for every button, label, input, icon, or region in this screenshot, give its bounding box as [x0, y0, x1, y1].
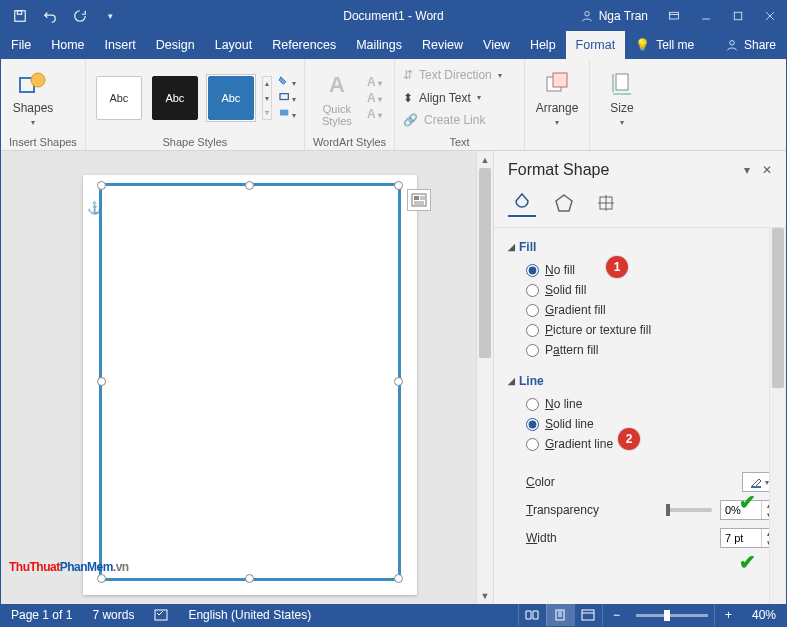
- align-text-button[interactable]: ⬍Align Text ▾: [403, 87, 502, 110]
- shapes-icon: [17, 68, 49, 100]
- view-read-mode[interactable]: [518, 604, 546, 626]
- status-bar: Page 1 of 1 7 words English (United Stat…: [1, 604, 786, 626]
- align-text-icon: ⬍: [403, 87, 413, 110]
- resize-handle[interactable]: [245, 181, 254, 190]
- status-page[interactable]: Page 1 of 1: [1, 608, 82, 622]
- group-shape-styles: Abc Abc Abc ▴▾▿ ▾ ▾ ▾ Shape Styles: [86, 59, 305, 150]
- status-proof[interactable]: [144, 608, 178, 622]
- arrange-icon: [541, 68, 573, 100]
- size-button[interactable]: Size▾: [598, 68, 646, 128]
- option-picture-fill[interactable]: Picture or texture fill: [508, 320, 786, 340]
- zoom-in[interactable]: +: [714, 604, 742, 626]
- section-line: ◢Line No line Solid line Gradient line 2: [508, 374, 786, 454]
- section-header-fill[interactable]: ◢Fill: [508, 240, 786, 254]
- quick-styles-icon: A: [321, 69, 353, 101]
- pane-close[interactable]: ✕: [762, 163, 772, 177]
- resize-handle[interactable]: [97, 377, 106, 386]
- scroll-thumb[interactable]: [479, 168, 491, 358]
- transparency-slider[interactable]: [666, 508, 712, 512]
- scroll-up[interactable]: ▲: [477, 151, 493, 168]
- shape-fill-button[interactable]: ▾: [278, 75, 296, 89]
- group-text: ⇵Text Direction ▾ ⬍Align Text ▾ 🔗Create …: [395, 59, 525, 150]
- minimize-button[interactable]: [690, 1, 722, 31]
- status-language[interactable]: English (United States): [178, 608, 321, 622]
- window-title: Document1 - Word: [343, 9, 443, 23]
- tab-view[interactable]: View: [473, 31, 520, 59]
- maximize-button[interactable]: [722, 1, 754, 31]
- svg-point-2: [584, 12, 589, 17]
- pane-tab-fill-line[interactable]: [508, 189, 536, 217]
- callout-1: 1: [606, 256, 628, 278]
- text-fill-button: A ▾: [367, 75, 383, 89]
- group-label-text: Text: [403, 133, 516, 150]
- user-account[interactable]: Nga Tran: [571, 1, 658, 31]
- pane-body: ◢Fill No fill Solid fill Gradient fill P…: [494, 228, 786, 604]
- redo-button[interactable]: [67, 4, 93, 28]
- svg-rect-12: [616, 74, 628, 90]
- pane-scrollbar[interactable]: [769, 228, 786, 604]
- shapes-gallery-button[interactable]: Shapes▾: [9, 68, 57, 128]
- zoom-slider[interactable]: [636, 614, 708, 617]
- resize-handle[interactable]: [245, 574, 254, 583]
- tab-references[interactable]: References: [262, 31, 346, 59]
- width-input[interactable]: ▴▾: [720, 528, 776, 548]
- save-button[interactable]: [7, 4, 33, 28]
- tab-home[interactable]: Home: [41, 31, 94, 59]
- section-header-line[interactable]: ◢Line: [508, 374, 786, 388]
- resize-handle[interactable]: [97, 181, 106, 190]
- view-web-layout[interactable]: [574, 604, 602, 626]
- option-solid-line[interactable]: Solid line: [508, 414, 786, 434]
- option-gradient-fill[interactable]: Gradient fill: [508, 300, 786, 320]
- pane-tab-layout[interactable]: [592, 189, 620, 217]
- shape-effects-button[interactable]: ▾: [278, 107, 296, 121]
- vertical-scrollbar[interactable]: ▲ ▼: [476, 151, 493, 604]
- shape-style-more[interactable]: ▴▾▿: [262, 76, 272, 120]
- workspace: ⚓ ThuThuatPhanMem.vn ▲ ▼ Format Shape ▾: [1, 151, 786, 604]
- option-gradient-line[interactable]: Gradient line: [508, 434, 786, 454]
- tell-me[interactable]: 💡Tell me: [625, 31, 704, 59]
- layout-options-button[interactable]: [407, 189, 431, 211]
- resize-handle[interactable]: [394, 377, 403, 386]
- share-button[interactable]: Share: [716, 31, 786, 59]
- zoom-level[interactable]: 40%: [742, 608, 786, 622]
- tab-file[interactable]: File: [1, 31, 41, 59]
- pane-title: Format Shape: [508, 161, 609, 179]
- tab-review[interactable]: Review: [412, 31, 473, 59]
- view-print-layout[interactable]: [546, 604, 574, 626]
- option-solid-fill[interactable]: Solid fill: [508, 280, 786, 300]
- tab-layout[interactable]: Layout: [205, 31, 263, 59]
- shape-style-1[interactable]: Abc: [96, 76, 142, 120]
- check-icon: ✔: [739, 550, 756, 574]
- lightbulb-icon: 💡: [635, 38, 650, 52]
- scroll-down[interactable]: ▼: [477, 587, 493, 604]
- shape-outline-button[interactable]: ▾: [278, 91, 296, 105]
- option-pattern-fill[interactable]: Pattern fill: [508, 340, 786, 360]
- ribbon-display-options[interactable]: [658, 1, 690, 31]
- link-icon: 🔗: [403, 109, 418, 132]
- tab-format[interactable]: Format: [566, 31, 626, 59]
- resize-handle[interactable]: [394, 181, 403, 190]
- tab-help[interactable]: Help: [520, 31, 566, 59]
- shape-style-3[interactable]: Abc: [208, 76, 254, 120]
- document-area[interactable]: ⚓ ThuThuatPhanMem.vn: [1, 151, 476, 604]
- tab-mailings[interactable]: Mailings: [346, 31, 412, 59]
- undo-button[interactable]: [37, 4, 63, 28]
- option-no-fill[interactable]: No fill: [508, 260, 786, 280]
- arrange-button[interactable]: Arrange▾: [533, 68, 581, 128]
- resize-handle[interactable]: [394, 574, 403, 583]
- selected-shape[interactable]: [99, 183, 401, 581]
- status-words[interactable]: 7 words: [82, 608, 144, 622]
- close-button[interactable]: [754, 1, 786, 31]
- pane-tab-effects[interactable]: [550, 189, 578, 217]
- tab-insert[interactable]: Insert: [95, 31, 146, 59]
- ribbon: Shapes▾ Insert Shapes Abc Abc Abc ▴▾▿ ▾ …: [1, 59, 786, 151]
- quick-styles-button: A Quick Styles: [313, 69, 361, 127]
- tab-design[interactable]: Design: [146, 31, 205, 59]
- svg-rect-8: [280, 94, 288, 100]
- option-no-line[interactable]: No line: [508, 394, 786, 414]
- shape-style-2[interactable]: Abc: [152, 76, 198, 120]
- zoom-out[interactable]: −: [602, 604, 630, 626]
- svg-rect-20: [582, 610, 594, 620]
- pane-options[interactable]: ▾: [744, 163, 750, 177]
- qat-customize[interactable]: ▾: [97, 4, 123, 28]
